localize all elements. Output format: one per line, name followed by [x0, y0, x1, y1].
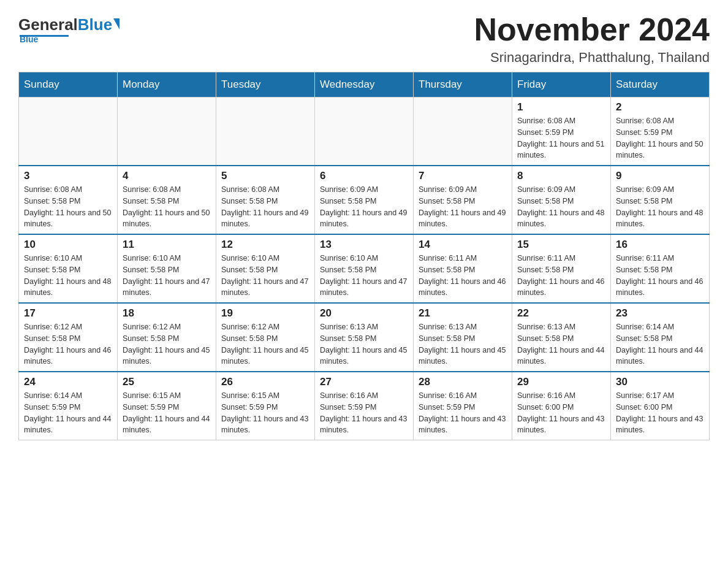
- calendar-day-cell: 22Sunrise: 6:13 AM Sunset: 5:58 PM Dayli…: [512, 303, 611, 372]
- day-info: Sunrise: 6:13 AM Sunset: 5:58 PM Dayligh…: [517, 321, 605, 367]
- day-number: 5: [221, 170, 309, 182]
- day-number: 17: [24, 307, 112, 320]
- logo: General Blue Blue: [18, 12, 119, 44]
- calendar-week-row: 3Sunrise: 6:08 AM Sunset: 5:58 PM Daylig…: [19, 166, 710, 234]
- day-info: Sunrise: 6:08 AM Sunset: 5:58 PM Dayligh…: [24, 184, 112, 230]
- day-number: 2: [616, 101, 704, 113]
- calendar-day-cell: 15Sunrise: 6:11 AM Sunset: 5:58 PM Dayli…: [512, 234, 611, 303]
- day-info: Sunrise: 6:16 AM Sunset: 6:00 PM Dayligh…: [517, 390, 605, 436]
- calendar-day-cell: 7Sunrise: 6:09 AM Sunset: 5:58 PM Daylig…: [414, 166, 512, 234]
- weekday-header-friday: Friday: [512, 72, 611, 98]
- calendar-day-cell: 12Sunrise: 6:10 AM Sunset: 5:58 PM Dayli…: [216, 234, 315, 303]
- calendar-day-cell: 8Sunrise: 6:09 AM Sunset: 5:58 PM Daylig…: [512, 166, 611, 234]
- calendar-header-row: SundayMondayTuesdayWednesdayThursdayFrid…: [19, 72, 710, 98]
- calendar-day-cell: 23Sunrise: 6:14 AM Sunset: 5:58 PM Dayli…: [611, 303, 710, 372]
- calendar-day-cell: 4Sunrise: 6:08 AM Sunset: 5:58 PM Daylig…: [118, 166, 216, 234]
- day-number: 18: [123, 307, 211, 320]
- day-number: 25: [123, 376, 211, 388]
- logo-text: General Blue: [18, 15, 119, 34]
- calendar-table: SundayMondayTuesdayWednesdayThursdayFrid…: [18, 72, 710, 440]
- day-info: Sunrise: 6:11 AM Sunset: 5:58 PM Dayligh…: [616, 253, 704, 299]
- logo-underline-text: Blue: [20, 34, 38, 44]
- weekday-header-monday: Monday: [118, 72, 216, 98]
- calendar-day-cell: 24Sunrise: 6:14 AM Sunset: 5:59 PM Dayli…: [19, 372, 118, 440]
- calendar-day-cell: 16Sunrise: 6:11 AM Sunset: 5:58 PM Dayli…: [611, 234, 710, 303]
- weekday-header-saturday: Saturday: [611, 72, 710, 98]
- day-number: 28: [419, 376, 507, 388]
- day-info: Sunrise: 6:11 AM Sunset: 5:58 PM Dayligh…: [419, 253, 507, 299]
- calendar-day-cell: 25Sunrise: 6:15 AM Sunset: 5:59 PM Dayli…: [118, 372, 216, 440]
- calendar-day-cell: [414, 98, 512, 166]
- day-number: 7: [419, 170, 507, 182]
- day-number: 21: [419, 307, 507, 320]
- day-info: Sunrise: 6:17 AM Sunset: 6:00 PM Dayligh…: [616, 390, 704, 436]
- day-number: 8: [517, 170, 605, 182]
- calendar-day-cell: 21Sunrise: 6:13 AM Sunset: 5:58 PM Dayli…: [414, 303, 512, 372]
- weekday-header-sunday: Sunday: [19, 72, 118, 98]
- day-info: Sunrise: 6:13 AM Sunset: 5:58 PM Dayligh…: [419, 321, 507, 367]
- day-info: Sunrise: 6:08 AM Sunset: 5:58 PM Dayligh…: [123, 184, 211, 230]
- day-info: Sunrise: 6:09 AM Sunset: 5:58 PM Dayligh…: [616, 184, 704, 230]
- calendar-subtitle: Srinagarindra, Phatthalung, Thailand: [474, 50, 710, 66]
- calendar-day-cell: 10Sunrise: 6:10 AM Sunset: 5:58 PM Dayli…: [19, 234, 118, 303]
- calendar-day-cell: 3Sunrise: 6:08 AM Sunset: 5:58 PM Daylig…: [19, 166, 118, 234]
- page-header: General Blue Blue November 2024 Srinagar…: [18, 12, 710, 66]
- calendar-week-row: 10Sunrise: 6:10 AM Sunset: 5:58 PM Dayli…: [19, 234, 710, 303]
- day-number: 16: [616, 239, 704, 251]
- day-info: Sunrise: 6:12 AM Sunset: 5:58 PM Dayligh…: [221, 321, 309, 367]
- calendar-day-cell: 1Sunrise: 6:08 AM Sunset: 5:59 PM Daylig…: [512, 98, 611, 166]
- day-info: Sunrise: 6:11 AM Sunset: 5:58 PM Dayligh…: [517, 253, 605, 299]
- day-number: 4: [123, 170, 211, 182]
- day-number: 27: [320, 376, 408, 388]
- day-info: Sunrise: 6:10 AM Sunset: 5:58 PM Dayligh…: [221, 253, 309, 299]
- day-info: Sunrise: 6:12 AM Sunset: 5:58 PM Dayligh…: [24, 321, 112, 367]
- day-info: Sunrise: 6:08 AM Sunset: 5:59 PM Dayligh…: [616, 115, 704, 161]
- calendar-day-cell: 19Sunrise: 6:12 AM Sunset: 5:58 PM Dayli…: [216, 303, 315, 372]
- day-number: 24: [24, 376, 112, 388]
- day-info: Sunrise: 6:09 AM Sunset: 5:58 PM Dayligh…: [419, 184, 507, 230]
- calendar-day-cell: 28Sunrise: 6:16 AM Sunset: 5:59 PM Dayli…: [414, 372, 512, 440]
- day-number: 12: [221, 239, 309, 251]
- day-info: Sunrise: 6:08 AM Sunset: 5:58 PM Dayligh…: [221, 184, 309, 230]
- day-number: 14: [419, 239, 507, 251]
- day-number: 6: [320, 170, 408, 182]
- calendar-day-cell: 26Sunrise: 6:15 AM Sunset: 5:59 PM Dayli…: [216, 372, 315, 440]
- day-info: Sunrise: 6:15 AM Sunset: 5:59 PM Dayligh…: [123, 390, 211, 436]
- day-info: Sunrise: 6:08 AM Sunset: 5:59 PM Dayligh…: [517, 115, 605, 161]
- title-section: November 2024 Srinagarindra, Phatthalung…: [474, 12, 710, 66]
- day-number: 13: [320, 239, 408, 251]
- day-number: 10: [24, 239, 112, 251]
- weekday-header-tuesday: Tuesday: [216, 72, 315, 98]
- day-number: 20: [320, 307, 408, 320]
- logo-general-text: General: [18, 15, 78, 34]
- day-number: 22: [517, 307, 605, 320]
- day-info: Sunrise: 6:16 AM Sunset: 5:59 PM Dayligh…: [320, 390, 408, 436]
- calendar-day-cell: 9Sunrise: 6:09 AM Sunset: 5:58 PM Daylig…: [611, 166, 710, 234]
- calendar-day-cell: 20Sunrise: 6:13 AM Sunset: 5:58 PM Dayli…: [315, 303, 414, 372]
- day-info: Sunrise: 6:14 AM Sunset: 5:59 PM Dayligh…: [24, 390, 112, 436]
- calendar-day-cell: 30Sunrise: 6:17 AM Sunset: 6:00 PM Dayli…: [611, 372, 710, 440]
- calendar-day-cell: 17Sunrise: 6:12 AM Sunset: 5:58 PM Dayli…: [19, 303, 118, 372]
- day-info: Sunrise: 6:14 AM Sunset: 5:58 PM Dayligh…: [616, 321, 704, 367]
- weekday-header-wednesday: Wednesday: [315, 72, 414, 98]
- calendar-day-cell: [19, 98, 118, 166]
- calendar-day-cell: [118, 98, 216, 166]
- calendar-week-row: 24Sunrise: 6:14 AM Sunset: 5:59 PM Dayli…: [19, 372, 710, 440]
- day-info: Sunrise: 6:10 AM Sunset: 5:58 PM Dayligh…: [24, 253, 112, 299]
- calendar-day-cell: 14Sunrise: 6:11 AM Sunset: 5:58 PM Dayli…: [414, 234, 512, 303]
- day-info: Sunrise: 6:09 AM Sunset: 5:58 PM Dayligh…: [517, 184, 605, 230]
- calendar-week-row: 1Sunrise: 6:08 AM Sunset: 5:59 PM Daylig…: [19, 98, 710, 166]
- day-info: Sunrise: 6:09 AM Sunset: 5:58 PM Dayligh…: [320, 184, 408, 230]
- calendar-day-cell: 18Sunrise: 6:12 AM Sunset: 5:58 PM Dayli…: [118, 303, 216, 372]
- day-info: Sunrise: 6:16 AM Sunset: 5:59 PM Dayligh…: [419, 390, 507, 436]
- calendar-day-cell: [216, 98, 315, 166]
- calendar-day-cell: 13Sunrise: 6:10 AM Sunset: 5:58 PM Dayli…: [315, 234, 414, 303]
- day-number: 3: [24, 170, 112, 182]
- calendar-day-cell: 5Sunrise: 6:08 AM Sunset: 5:58 PM Daylig…: [216, 166, 315, 234]
- day-number: 19: [221, 307, 309, 320]
- day-info: Sunrise: 6:12 AM Sunset: 5:58 PM Dayligh…: [123, 321, 211, 367]
- day-number: 15: [517, 239, 605, 251]
- calendar-title: November 2024: [474, 12, 710, 47]
- day-number: 30: [616, 376, 704, 388]
- calendar-day-cell: [315, 98, 414, 166]
